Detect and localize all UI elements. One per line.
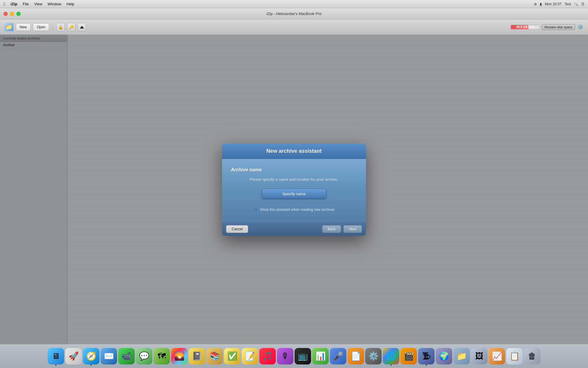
launchpad-icon[interactable]: 🚀	[65, 348, 82, 364]
modal-header: New archive assistant	[222, 144, 366, 159]
next-button[interactable]: Next	[343, 225, 362, 233]
menu-file[interactable]: File	[23, 2, 29, 6]
dock-active-dot	[390, 364, 392, 366]
finder-icon[interactable]: 🖥	[48, 348, 64, 364]
wifi-icon: ⊛	[534, 2, 537, 6]
podcasts-icon[interactable]: 🎙	[277, 348, 293, 364]
menu-window[interactable]: Window	[48, 2, 61, 6]
numbers-icon[interactable]: 📊	[312, 348, 329, 364]
modal-description: Please specify a name and location for y…	[231, 177, 357, 182]
window-title: iZip - Aleksandar's MacBook Pro	[266, 11, 321, 16]
titlebar: iZip - Aleksandar's MacBook Pro	[0, 8, 588, 19]
search-icon[interactable]: 🔍	[574, 2, 578, 6]
new-button[interactable]: New	[16, 23, 31, 31]
menu-app-name[interactable]: iZip	[11, 2, 17, 6]
modal-title: New archive assistant	[266, 148, 322, 154]
modal-footer: Cancel Back Next	[222, 222, 366, 236]
menubar-user: Test	[564, 2, 571, 6]
gear-icon[interactable]: ⚙️	[577, 24, 584, 31]
window-controls	[4, 12, 21, 16]
photos-icon[interactable]: 🌄	[171, 348, 188, 364]
disk-space-bar: 80.6 GB Free	[511, 25, 540, 29]
maps-icon[interactable]: 🗺	[153, 348, 170, 364]
encrypt-icon[interactable]: 🔒	[56, 23, 65, 31]
close-button[interactable]	[4, 12, 8, 16]
stickies-icon[interactable]: 📝	[242, 348, 258, 364]
checkbox-label: Show this assistant when creating new ar…	[260, 208, 335, 212]
tasks-icon[interactable]: ✅	[224, 348, 240, 364]
window-icon[interactable]: 🖼	[471, 348, 487, 364]
music-icon[interactable]: 🎵	[259, 348, 276, 364]
modal-section-label: Archive name	[231, 167, 357, 173]
toolbar-right: 80.6 GB Free Reclaim disk space ⚙️	[511, 24, 584, 31]
specify-name-button[interactable]: Specify name	[262, 189, 326, 199]
folder-icon: 📁	[4, 23, 14, 31]
izip-icon[interactable]: 🗜	[418, 348, 435, 364]
maximize-button[interactable]	[16, 12, 21, 16]
vlc-icon[interactable]: 🎬	[400, 348, 417, 364]
finder3-icon[interactable]: 📁	[453, 348, 470, 364]
checkbox-row: ✓ Show this assistant when creating new …	[231, 208, 357, 212]
menu-extra-icon[interactable]: ☰	[581, 2, 584, 6]
dock-active-dot	[55, 364, 56, 366]
trash-icon[interactable]: 🗑	[524, 348, 540, 364]
back-button[interactable]: Back	[322, 225, 341, 233]
modal-overlay: New archive assistant Archive name Pleas…	[0, 35, 588, 344]
modal-dialog: New archive assistant Archive name Pleas…	[222, 144, 366, 236]
battery-icon: ▮	[540, 2, 542, 6]
dock: 🖥🚀🧭✉️📹💬🗺🌄📓📚✅📝🎵🎙📺📊🎤📄⚙️🌐🎬🗜🌍📁🖼📈📋🗑	[0, 344, 588, 368]
disk-space-label: 80.6 GB Free	[511, 25, 540, 29]
chrome-icon[interactable]: 🌐	[383, 348, 399, 364]
sysprefs-icon[interactable]: ⚙️	[365, 348, 382, 364]
cancel-button[interactable]: Cancel	[226, 225, 248, 233]
dock-active-dot	[91, 364, 92, 366]
migration-icon[interactable]: 🌍	[436, 348, 452, 364]
dock-active-dot	[426, 364, 427, 366]
eject-icon[interactable]: ⏏	[78, 23, 86, 31]
safari-icon[interactable]: 🧭	[83, 348, 99, 364]
keynote-icon[interactable]: 🎤	[330, 348, 346, 364]
menubar-right: ⊛ ▮ Mon 20:57 Test 🔍 ☰	[534, 2, 584, 6]
kindle-icon[interactable]: 📚	[206, 348, 223, 364]
contacts-icon[interactable]: 📓	[189, 348, 205, 364]
main-area: Currently loaded archives: Archive New a…	[0, 35, 588, 344]
menu-help[interactable]: Help	[66, 2, 74, 6]
minimize-button[interactable]	[10, 12, 14, 16]
appletv-icon[interactable]: 📺	[295, 348, 311, 364]
facetime-icon[interactable]: 📹	[118, 348, 135, 364]
mail-icon[interactable]: ✉️	[101, 348, 117, 364]
activity-icon[interactable]: 📈	[489, 348, 505, 364]
menu-view[interactable]: View	[34, 2, 42, 6]
navigation-buttons: Back Next	[322, 225, 362, 233]
show-assistant-checkbox[interactable]: ✓	[253, 208, 258, 212]
list2-icon[interactable]: 📋	[506, 348, 523, 364]
pages-icon[interactable]: 📄	[348, 348, 364, 364]
menubar-time: Mon 20:57	[545, 2, 562, 6]
reclaim-button[interactable]: Reclaim disk space	[542, 24, 575, 30]
toolbar-separator	[53, 23, 53, 31]
apple-logo-icon[interactable]: 	[4, 1, 5, 7]
modal-body: Archive name Please specify a name and l…	[222, 159, 366, 222]
menubar:  iZip File View Window Help ⊛ ▮ Mon 20:…	[0, 0, 588, 8]
toolbar: 📁 New Open 🔒 🔑 ⏏ 80.6 GB Free Reclaim di…	[0, 19, 588, 35]
open-button[interactable]: Open	[33, 23, 49, 31]
lock-icon[interactable]: 🔑	[67, 23, 75, 31]
messages-icon[interactable]: 💬	[136, 348, 152, 364]
